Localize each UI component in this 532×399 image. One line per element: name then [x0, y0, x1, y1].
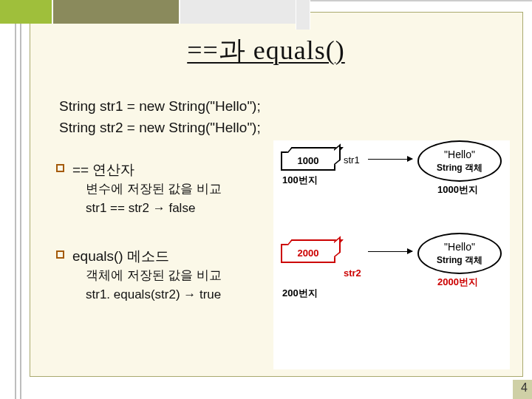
decorative-stripe: [296, 0, 310, 30]
label-addr2: 200번지: [282, 287, 318, 300]
page-number: 4: [521, 381, 528, 395]
ellipse-objlabel: String 객체: [437, 162, 482, 174]
label-obj-addr1: 1000번지: [437, 183, 478, 197]
code-line-2: String str2 = new String("Hello");: [59, 117, 517, 139]
label-obj-addr2: 2000번지: [437, 276, 478, 289]
label-addr1: 100번지: [282, 174, 318, 187]
box-value: 2000: [298, 248, 319, 259]
box-str1: 1000: [281, 151, 335, 171]
box-value: 1000: [298, 155, 319, 166]
ellipse-hello: "Hello": [444, 149, 475, 160]
ellipse-hello: "Hello": [444, 241, 475, 253]
object-ellipse-2: "Hello" String 객체: [417, 233, 502, 274]
box-str2: 2000: [281, 244, 335, 263]
decorative-top-line: [310, 0, 532, 1]
arrow-icon: [368, 251, 412, 252]
bullet-icon: [56, 164, 64, 172]
arrow-icon: [368, 159, 412, 160]
memory-diagram: 1000 str1 100번지 "Hello" String 객체 1000번지…: [273, 140, 510, 369]
object-ellipse-1: "Hello" String 객체: [417, 140, 502, 182]
decorative-top-band: [0, 0, 310, 24]
code-line-1: String str1 = new String("Hello");: [59, 96, 517, 117]
slide-title: ==과 equals(): [0, 33, 532, 69]
label-str2: str2: [344, 267, 361, 279]
ellipse-objlabel: String 객체: [437, 254, 482, 267]
bullet-icon: [56, 250, 64, 259]
label-str1: str1: [344, 154, 360, 166]
